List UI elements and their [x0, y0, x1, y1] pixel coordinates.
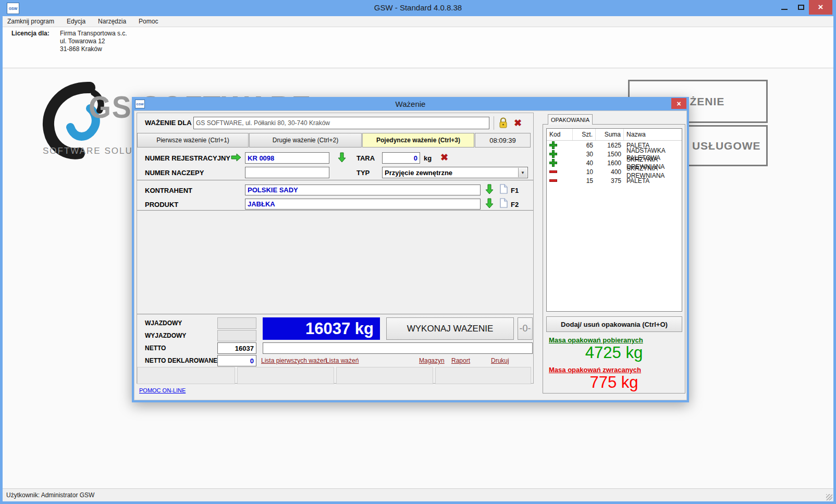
arrow-down-icon-rejestracyjny[interactable]: [338, 152, 346, 163]
tab-pojedyncze-wazenie[interactable]: Pojedyncze ważenie (Ctrl+3): [362, 133, 474, 147]
minus-icon: [549, 177, 557, 185]
weight-display: 16037 kg: [263, 317, 380, 340]
netto-label: NETTO: [145, 345, 166, 352]
license-line-3: 31-868 Kraków: [60, 45, 102, 53]
clock-display: 08:09:39: [475, 133, 531, 147]
menu-pomoc[interactable]: Pomoc: [132, 16, 164, 27]
tab-pierwsze-wazenie[interactable]: Pierwsze ważenie (Ctrl+1): [137, 133, 249, 147]
cell-szt: 10: [573, 167, 596, 176]
window-title: GSW - Standard 4.0.8.38: [0, 3, 836, 12]
netto-deklarowane-input[interactable]: 0: [217, 355, 256, 366]
netto-deklarowane-label: NETTO DEKLAROWANE: [145, 357, 217, 364]
numer-naczepy-label: NUMER NACZEPY: [145, 169, 204, 177]
kontrahent-fkey: F1: [511, 187, 519, 194]
minus-icon: [549, 168, 557, 176]
cell-suma: 1625: [596, 141, 624, 150]
produkt-fkey: F2: [511, 201, 519, 208]
arrow-right-icon: [231, 153, 241, 162]
table-row[interactable]: 10 400 SKRZYNIA DREWNIANA: [547, 167, 682, 176]
arrow-down-icon-produkt[interactable]: [485, 198, 494, 208]
cell-suma: 375: [596, 176, 624, 185]
masa-zwracanych-label[interactable]: Masa opakowań zwracanych: [549, 366, 641, 374]
col-szt[interactable]: Szt.: [573, 129, 596, 140]
button-slot-3[interactable]: [336, 367, 433, 384]
wazenie-dialog: GSW Ważenie × WAŻENIE DLA GS SOFTWARE, u…: [132, 97, 689, 402]
numer-rejestracyjny-input[interactable]: KR 0098: [245, 152, 329, 164]
typ-selected-value: Przyjęcie zewnętrzne: [385, 169, 452, 177]
tab-opakowania[interactable]: OPAKOWANIA: [548, 114, 593, 125]
cell-suma: 1600: [596, 158, 624, 167]
weighing-tabs: Pierwsze ważenie (Ctrl+1) Drugie ważenie…: [137, 133, 533, 147]
tara-input[interactable]: 0: [382, 152, 420, 164]
license-label: Licencja dla:: [11, 30, 50, 37]
license-line-1: Firma Transportowa s.c.: [60, 30, 127, 37]
chevron-down-icon[interactable]: ▼: [518, 168, 527, 177]
clear-tara-icon[interactable]: ✖: [440, 153, 448, 162]
document-icon-kontrahent[interactable]: [500, 184, 508, 194]
link-magazyn[interactable]: Magazyn: [419, 357, 445, 364]
button-slot-1[interactable]: [137, 367, 235, 384]
cell-szt: 15: [573, 176, 596, 185]
cell-szt: 65: [573, 141, 596, 150]
masa-pobieranych-label[interactable]: Masa opakowań pobieranych: [549, 336, 643, 344]
pomoc-online-link[interactable]: POMOC ON-LINE: [139, 387, 186, 394]
license-line-2: ul. Towarowa 12: [60, 38, 105, 45]
minimize-button[interactable]: [777, 0, 792, 15]
maximize-icon: [798, 5, 804, 10]
col-nazwa[interactable]: Nazwa: [624, 129, 682, 140]
numer-naczepy-input[interactable]: [245, 167, 329, 178]
resize-grip[interactable]: [826, 494, 832, 500]
produkt-input[interactable]: JABŁKA: [245, 199, 481, 210]
link-lista-wazen[interactable]: Lista ważeń: [326, 357, 359, 364]
kontrahent-label: KONTRAHENT: [145, 187, 192, 194]
opakowania-table[interactable]: Kod Szt. Suma Nazwa 65 1625 PALETA 30: [546, 128, 682, 312]
weighing-form: WAŻENIE DLA GS SOFTWARE, ul. Półłanki 80…: [137, 113, 534, 384]
menubar: Zamknij program Edycja Narzędzia Pomoc: [3, 16, 833, 27]
numer-rejestracyjny-label: NUMER REJESTRACYJNY: [145, 154, 230, 162]
lock-icon[interactable]: [499, 117, 508, 129]
wyjazdowy-label: WYJAZDOWY: [145, 332, 186, 339]
tara-unit: kg: [424, 154, 432, 162]
kontrahent-input[interactable]: POLSKIE SADY: [245, 185, 481, 195]
cell-szt: 40: [573, 158, 596, 167]
dialog-titlebar[interactable]: GSW Ważenie ×: [132, 97, 689, 110]
cell-suma: 400: [596, 167, 624, 176]
application-window: GSW GSW - Standard 4.0.8.38 × Zamknij pr…: [0, 0, 836, 504]
zero-scale-button[interactable]: -0-: [518, 317, 533, 340]
menu-zamknij-program[interactable]: Zamknij program: [3, 16, 60, 27]
tab-drugie-wazenie[interactable]: Drugie ważenie (Ctrl+2): [249, 133, 362, 147]
link-lista-pierwszych-wazen[interactable]: Lista pierwszych ważeń: [261, 357, 327, 364]
plus-icon: [549, 141, 557, 149]
document-icon-produkt[interactable]: [500, 198, 508, 208]
clear-wazenie-dla-icon[interactable]: ✖: [514, 118, 522, 128]
dialog-title: Ważenie: [132, 100, 689, 108]
main-titlebar[interactable]: GSW GSW - Standard 4.0.8.38 ×: [0, 0, 836, 16]
comment-field[interactable]: [263, 342, 533, 354]
table-header: Kod Szt. Suma Nazwa: [547, 129, 682, 141]
typ-select[interactable]: Przyjęcie zewnętrzne ▼: [382, 167, 528, 178]
wykonaj-wazenie-button[interactable]: WYKONAJ WAŻENIE: [386, 317, 514, 340]
button-slot-2[interactable]: [237, 367, 334, 384]
link-drukuj[interactable]: Drukuj: [491, 357, 509, 364]
opakowania-panel: Kod Szt. Suma Nazwa 65 1625 PALETA 30: [543, 124, 685, 394]
wazenie-dla-input[interactable]: GS SOFTWARE, ul. Półłanki 80, 30-740 Kra…: [193, 117, 489, 129]
divider: [494, 116, 494, 130]
wyjazdowy-input: [217, 330, 256, 341]
wjazdowy-input: [217, 317, 256, 329]
produkt-label: PRODUKT: [145, 201, 178, 208]
button-slot-4[interactable]: [435, 367, 531, 384]
link-raport[interactable]: Raport: [451, 357, 470, 364]
menu-narzedzia[interactable]: Narzędzia: [92, 16, 132, 27]
close-button[interactable]: ×: [809, 0, 832, 15]
menu-edycja[interactable]: Edycja: [60, 16, 92, 27]
statusbar: Użytkownik: Administrator GSW: [3, 488, 833, 501]
maximize-button[interactable]: [793, 0, 809, 15]
col-kod[interactable]: Kod: [547, 129, 573, 140]
arrow-down-icon-kontrahent[interactable]: [485, 184, 494, 194]
col-suma[interactable]: Suma: [596, 129, 624, 140]
table-row[interactable]: 15 375 PALETA: [547, 176, 682, 185]
dialog-close-button[interactable]: ×: [671, 98, 686, 109]
dodaj-usun-opakowania-button[interactable]: Dodaj/ usuń opakowania (Ctrl+O): [546, 316, 682, 332]
typ-label: TYP: [356, 169, 370, 177]
netto-input: 16037: [217, 342, 256, 354]
